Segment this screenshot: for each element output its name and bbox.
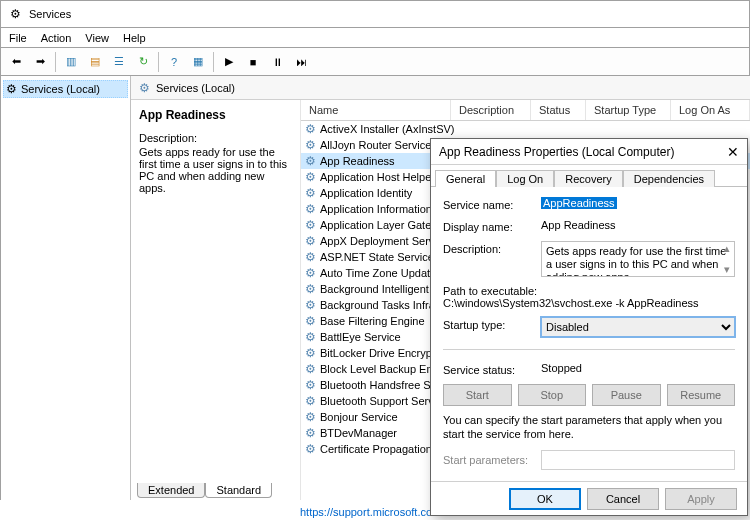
gear-icon: ⚙ <box>305 346 316 360</box>
gear-icon: ⚙ <box>6 82 17 96</box>
service-name-cell: Bluetooth Support Service <box>320 395 448 407</box>
start-button[interactable]: Start <box>443 384 512 406</box>
menu-view[interactable]: View <box>85 32 109 44</box>
tree-pane[interactable]: ⚙ Services (Local) <box>1 76 131 500</box>
toolbar-separator <box>55 52 56 72</box>
label-service-name: Service name: <box>443 197 533 211</box>
col-log-on-as[interactable]: Log On As <box>671 100 750 120</box>
col-name[interactable]: Name <box>301 100 451 120</box>
stop-button[interactable]: Stop <box>518 384 587 406</box>
service-name-cell: AllJoyn Router Service <box>320 139 431 151</box>
value-service-status: Stopped <box>541 362 582 374</box>
service-name-cell: ASP.NET State Service <box>320 251 434 263</box>
scroll-down-icon[interactable]: ▾ <box>724 263 730 276</box>
dialog-titlebar[interactable]: App Readiness Properties (Local Computer… <box>431 139 747 165</box>
value-path: C:\windows\System32\svchost.exe -k AppRe… <box>443 297 735 309</box>
tab-general[interactable]: General <box>435 170 496 187</box>
tab-log-on[interactable]: Log On <box>496 170 554 187</box>
service-name-cell: ActiveX Installer (AxInstSV) <box>320 123 455 135</box>
pause-service-button[interactable]: ⏸ <box>266 51 288 73</box>
arrow-left-icon: ⬅ <box>12 55 21 68</box>
selected-service-name: App Readiness <box>139 108 292 122</box>
tab-recovery[interactable]: Recovery <box>554 170 622 187</box>
play-icon: ▶ <box>225 55 233 68</box>
gear-icon: ⚙ <box>305 330 316 344</box>
help-button[interactable]: ? <box>163 51 185 73</box>
menu-help[interactable]: Help <box>123 32 146 44</box>
pause-icon: ⏸ <box>272 56 283 68</box>
window-title: Services <box>29 8 71 20</box>
close-icon[interactable]: ✕ <box>727 144 739 160</box>
properties-tb-button[interactable]: ▤ <box>84 51 106 73</box>
description-text: Gets apps ready for use the first time a… <box>139 146 292 194</box>
properties-dialog: App Readiness Properties (Local Computer… <box>430 138 748 516</box>
list-header[interactable]: Name Description Status Startup Type Log… <box>301 100 750 121</box>
value-description[interactable]: Gets apps ready for use the first time a… <box>541 241 735 277</box>
dialog-footer: OK Cancel Apply <box>431 481 747 515</box>
gear-icon: ⚙ <box>305 170 316 184</box>
description-label: Description: <box>139 132 292 144</box>
gear-icon: ⚙ <box>305 442 316 456</box>
pause-button[interactable]: Pause <box>592 384 661 406</box>
gear-icon: ⚙ <box>305 250 316 264</box>
forward-button[interactable]: ➡ <box>29 51 51 73</box>
columns-button[interactable]: ▦ <box>187 51 209 73</box>
gear-icon: ⚙ <box>305 362 316 376</box>
bottom-tabs: Extended Standard <box>137 483 272 498</box>
label-description: Description: <box>443 241 533 255</box>
stop-icon: ■ <box>250 56 257 68</box>
services-app-icon: ⚙ <box>7 6 23 22</box>
value-service-name[interactable]: AppReadiness <box>541 197 617 209</box>
scroll-up-icon[interactable]: ▴ <box>724 242 730 255</box>
gear-icon: ⚙ <box>305 186 316 200</box>
tree-root-item[interactable]: ⚙ Services (Local) <box>3 80 128 98</box>
export-list-button[interactable]: ☰ <box>108 51 130 73</box>
footer-link[interactable]: https://support.microsoft.con <box>300 506 438 518</box>
label-startup-type: Startup type: <box>443 317 533 331</box>
cancel-button[interactable]: Cancel <box>587 488 659 510</box>
gear-icon: ⚙ <box>305 394 316 408</box>
service-name-cell: Base Filtering Engine <box>320 315 425 327</box>
menu-action[interactable]: Action <box>41 32 72 44</box>
col-status[interactable]: Status <box>531 100 586 120</box>
value-display-name: App Readiness <box>541 219 616 231</box>
export-icon: ☰ <box>114 55 124 68</box>
restart-service-button[interactable]: ⏭ <box>290 51 312 73</box>
gear-icon: ⚙ <box>305 282 316 296</box>
tab-standard[interactable]: Standard <box>205 483 272 498</box>
tab-extended[interactable]: Extended <box>137 483 205 498</box>
col-startup-type[interactable]: Startup Type <box>586 100 671 120</box>
start-params-input <box>541 450 735 470</box>
stop-service-button[interactable]: ■ <box>242 51 264 73</box>
menubar: File Action View Help <box>0 28 750 48</box>
columns-icon: ▦ <box>193 55 203 68</box>
description-content: Gets apps ready for use the first time a… <box>546 245 726 277</box>
content-header: ⚙ Services (Local) <box>131 76 750 100</box>
show-hide-tree-button[interactable]: ▥ <box>60 51 82 73</box>
list-row[interactable]: ⚙ActiveX Installer (AxInstSV) <box>301 121 750 137</box>
arrow-right-icon: ➡ <box>36 55 45 68</box>
tab-dependencies[interactable]: Dependencies <box>623 170 715 187</box>
window-titlebar: ⚙ Services <box>0 0 750 28</box>
service-name-cell: Bonjour Service <box>320 411 398 423</box>
properties-icon: ▤ <box>90 55 100 68</box>
service-name-cell: Application Information <box>320 203 432 215</box>
back-button[interactable]: ⬅ <box>5 51 27 73</box>
gear-icon: ⚙ <box>305 154 316 168</box>
apply-button[interactable]: Apply <box>665 488 737 510</box>
col-description[interactable]: Description <box>451 100 531 120</box>
label-start-params: Start parameters: <box>443 454 533 466</box>
start-service-button[interactable]: ▶ <box>218 51 240 73</box>
details-panel: App Readiness Description: Gets apps rea… <box>131 100 301 500</box>
service-name-cell: BattlEye Service <box>320 331 401 343</box>
ok-button[interactable]: OK <box>509 488 581 510</box>
resume-button[interactable]: Resume <box>667 384 736 406</box>
label-display-name: Display name: <box>443 219 533 233</box>
menu-file[interactable]: File <box>9 32 27 44</box>
start-params-note: You can specify the start parameters tha… <box>443 414 735 442</box>
startup-type-select[interactable]: Disabled <box>541 317 735 337</box>
dialog-body: Service name: AppReadiness Display name:… <box>431 187 747 481</box>
gear-icon: ⚙ <box>305 218 316 232</box>
refresh-button[interactable]: ↻ <box>132 51 154 73</box>
toolbar-separator <box>158 52 159 72</box>
